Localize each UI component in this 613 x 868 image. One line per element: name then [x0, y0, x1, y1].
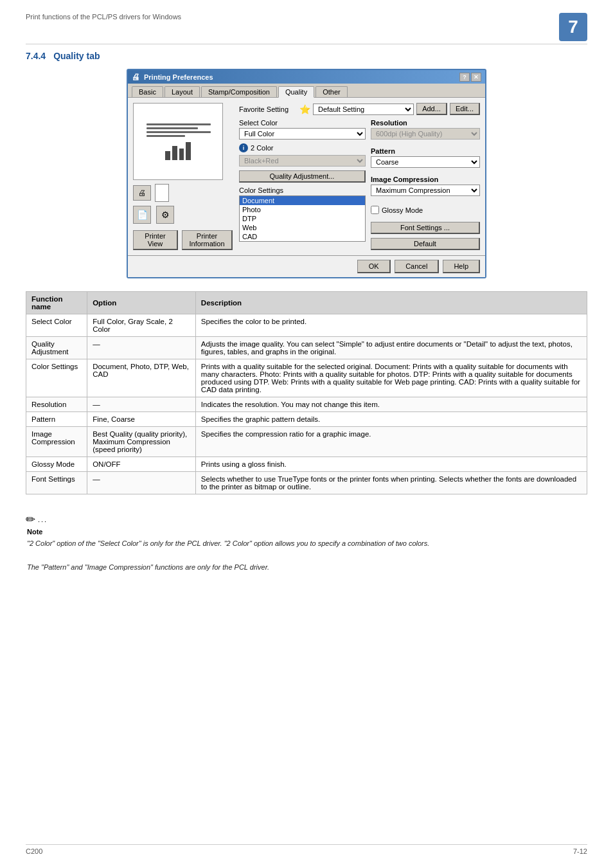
col-header-option: Option — [87, 292, 196, 314]
dialog-right-panel: Favorite Setting ⭐ Default Setting Add..… — [239, 103, 480, 250]
function-table: Function name Option Description Select … — [26, 291, 587, 494]
select-color-label: Select Color — [239, 119, 366, 127]
default-btn[interactable]: Default — [371, 238, 480, 250]
favorite-setting-select[interactable]: Default Setting — [313, 104, 414, 115]
table-cell-description: Adjusts the image quality. You can selec… — [195, 337, 587, 359]
pattern-group: Pattern Coarse — [371, 147, 480, 168]
font-settings-btn[interactable]: Font Settings ... — [371, 222, 480, 234]
note-text: "2 Color" option of the "Select Color" i… — [27, 538, 587, 573]
dialog-body: 🖨 📄 ⚙ Printer View Printer Information F… — [128, 98, 485, 255]
pattern-select[interactable]: Coarse — [371, 156, 480, 168]
cs-item-document[interactable]: Document — [240, 196, 365, 205]
preview-line — [147, 131, 211, 133]
cancel-btn[interactable]: Cancel — [395, 260, 439, 273]
favorite-setting-label: Favorite Setting — [239, 105, 297, 113]
note-label: Note — [27, 528, 587, 536]
printer-information-btn[interactable]: Printer Information — [182, 230, 233, 250]
chart-bar — [186, 142, 191, 160]
resolution-label: Resolution — [371, 119, 480, 127]
preview-small-icons: 🖨 — [133, 184, 233, 202]
image-compression-select[interactable]: Maximum Compression — [371, 185, 480, 196]
table-cell-option: Document, Photo, DTP, Web, CAD — [87, 359, 196, 397]
table-row: Select ColorFull Color, Gray Scale, 2 Co… — [26, 314, 587, 337]
table-row: Quality Adjustment—Adjusts the image qua… — [26, 337, 587, 359]
scanner-icon: 🖨 — [133, 185, 151, 201]
note-pencil-icon: ✏ — [26, 512, 35, 527]
cs-item-cad[interactable]: CAD — [240, 232, 365, 241]
tab-other[interactable]: Other — [315, 86, 348, 97]
print-preview — [133, 103, 223, 180]
page-footer: C200 7-12 — [26, 844, 587, 855]
help-titlebar-btn[interactable]: ? — [459, 73, 470, 82]
glossy-mode-checkbox[interactable] — [371, 206, 379, 214]
ok-btn[interactable]: OK — [357, 260, 391, 273]
color-settings-list: Document Photo DTP Web CAD — [239, 195, 366, 242]
table-cell-function: Quality Adjustment — [26, 337, 87, 359]
note-icon-row: ✏ ... — [26, 512, 587, 527]
left-settings-col: Select Color Full Color i 2 Color Black+… — [239, 119, 366, 250]
select-color-select[interactable]: Full Color — [239, 128, 366, 140]
header-text: Print functions of the PCL/PS drivers fo… — [26, 13, 181, 21]
document-icon: 📄 — [133, 206, 151, 224]
page-icon — [155, 184, 169, 202]
tab-stamp-composition[interactable]: Stamp/Composition — [201, 86, 277, 97]
tab-layout[interactable]: Layout — [164, 86, 200, 97]
table-row: Resolution—Indicates the resolution. You… — [26, 397, 587, 412]
table-cell-function: Image Compression — [26, 427, 87, 457]
table-cell-option: Fine, Coarse — [87, 412, 196, 427]
titlebar-controls: ? ✕ — [459, 73, 481, 82]
table-row: Glossy ModeON/OFFPrints using a gloss fi… — [26, 457, 587, 472]
dialog-left-panel: 🖨 📄 ⚙ Printer View Printer Information — [133, 103, 233, 250]
page-header: Print functions of the PCL/PS drivers fo… — [26, 13, 587, 44]
add-btn[interactable]: Add... — [416, 103, 447, 115]
settings-columns: Select Color Full Color i 2 Color Black+… — [239, 119, 480, 250]
table-cell-description: Prints using a gloss finish. — [195, 457, 587, 472]
table-cell-function: Glossy Mode — [26, 457, 87, 472]
printer-view-btn[interactable]: Printer View — [133, 230, 178, 250]
footer-model: C200 — [26, 847, 42, 855]
table-row: PatternFine, CoarseSpecifies the graphic… — [26, 412, 587, 427]
right-settings-col: Resolution 600dpi (High Quality) Pattern… — [371, 119, 480, 250]
dialog-footer: OK Cancel Help — [128, 255, 485, 277]
tab-basic[interactable]: Basic — [132, 86, 163, 97]
preview-line — [147, 135, 185, 137]
table-cell-option: — — [87, 472, 196, 494]
table-cell-description: Selects whether to use TrueType fonts or… — [195, 472, 587, 494]
edit-btn[interactable]: Edit... — [450, 103, 480, 115]
table-cell-description: Specifies the graphic pattern details. — [195, 412, 587, 427]
preview-line — [147, 123, 211, 125]
resolution-select[interactable]: 600dpi (High Quality) — [371, 128, 480, 140]
settings-icon: ⚙ — [156, 206, 174, 224]
table-row: Font Settings—Selects whether to use Tru… — [26, 472, 587, 494]
page-number: 7 — [559, 13, 587, 41]
image-compression-group: Image Compression Maximum Compression — [371, 176, 480, 196]
table-cell-description: Prints with a quality suitable for the s… — [195, 359, 587, 397]
dialog-tabs: Basic Layout Stamp/Composition Quality O… — [128, 84, 485, 98]
help-btn[interactable]: Help — [443, 260, 480, 273]
note-line: "2 Color" option of the "Select Color" i… — [27, 538, 587, 549]
table-cell-function: Color Settings — [26, 359, 87, 397]
cs-item-dtp[interactable]: DTP — [240, 214, 365, 223]
quality-adjustment-btn[interactable]: Quality Adjustment... — [239, 170, 366, 183]
table-cell-function: Select Color — [26, 314, 87, 337]
table-cell-option: — — [87, 397, 196, 412]
dialog-title: Printing Preferences — [144, 73, 213, 81]
resolution-group: Resolution 600dpi (High Quality) — [371, 119, 480, 140]
chart-bar — [179, 149, 184, 160]
glossy-mode-row: Glossy Mode — [371, 206, 480, 214]
tab-quality[interactable]: Quality — [278, 86, 314, 98]
cs-item-photo[interactable]: Photo — [240, 205, 365, 214]
printer-btn-row: Printer View Printer Information — [133, 230, 233, 250]
preview-chart — [165, 141, 191, 160]
cs-item-web[interactable]: Web — [240, 223, 365, 232]
preview-line — [147, 127, 198, 129]
dialog-titlebar: 🖨 Printing Preferences ? ✕ — [128, 70, 485, 84]
two-color-label: 2 Color — [251, 144, 273, 152]
two-color-select[interactable]: Black+Red — [239, 155, 366, 167]
table-cell-option: ON/OFF — [87, 457, 196, 472]
table-row: Image CompressionBest Quality (quality p… — [26, 427, 587, 457]
note-line: The "Pattern" and "Image Compression" fu… — [27, 562, 587, 573]
close-titlebar-btn[interactable]: ✕ — [471, 73, 481, 82]
pattern-label: Pattern — [371, 147, 480, 155]
two-color-row: i 2 Color — [239, 143, 366, 152]
